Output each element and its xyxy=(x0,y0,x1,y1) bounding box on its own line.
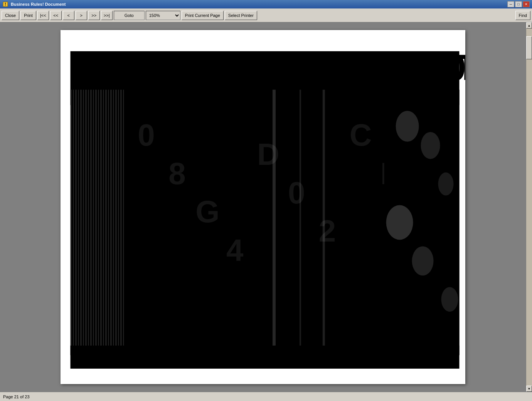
svg-text:4: 4 xyxy=(226,233,244,267)
svg-text:0: 0 xyxy=(288,176,305,210)
svg-rect-15 xyxy=(90,90,91,355)
svg-rect-10 xyxy=(78,90,79,355)
svg-rect-8 xyxy=(73,90,74,355)
svg-rect-18 xyxy=(98,90,99,355)
svg-rect-19 xyxy=(100,90,101,355)
svg-rect-9 xyxy=(76,90,77,355)
maximize-button[interactable]: □ xyxy=(515,1,522,7)
close-window-button[interactable]: ✕ xyxy=(523,1,530,7)
svg-rect-26 xyxy=(118,90,119,355)
scrollbar-track[interactable] xyxy=(526,29,532,386)
nav-last-button[interactable]: >>| xyxy=(101,11,113,20)
find-button[interactable]: Find xyxy=(515,11,530,20)
page-content: WMONVOETSAETDTL FOAGD/03 xyxy=(61,30,465,384)
svg-rect-39 xyxy=(273,90,276,355)
svg-text:0: 0 xyxy=(138,118,155,152)
svg-point-43 xyxy=(396,111,419,142)
svg-rect-41 xyxy=(323,90,325,355)
svg-rect-22 xyxy=(108,90,109,355)
scrollbar-vertical[interactable]: ▲ ▼ xyxy=(526,22,532,392)
svg-rect-12 xyxy=(83,90,84,355)
page-container: WMONVOETSAETDTL FOAGD/03 xyxy=(61,30,465,384)
nav-prev-prev-button[interactable]: << xyxy=(50,11,62,20)
minimize-button[interactable]: ─ xyxy=(507,1,514,7)
svg-rect-25 xyxy=(115,90,116,355)
svg-rect-21 xyxy=(105,90,106,355)
zoom-select[interactable]: 50% 75% 100% 125% 150% 175% 200% xyxy=(146,11,180,20)
svg-rect-13 xyxy=(86,90,87,355)
svg-rect-14 xyxy=(88,90,89,355)
svg-text:8: 8 xyxy=(168,156,185,191)
goto-input[interactable] xyxy=(114,11,145,20)
window-title: Business Rules! Document xyxy=(11,2,505,7)
svg-text:FOAGD/03: FOAGD/03 xyxy=(292,47,465,88)
print-button[interactable]: Print xyxy=(20,11,36,20)
svg-rect-17 xyxy=(95,90,96,355)
svg-rect-28 xyxy=(123,90,124,355)
svg-rect-20 xyxy=(103,90,104,355)
page-status: Page 21 of 23 xyxy=(3,394,30,399)
svg-text:S.....3,914,802.09cfe...: S.....3,914,802.09cfe... xyxy=(72,347,276,367)
scrollbar-thumb[interactable] xyxy=(526,36,532,59)
close-button[interactable]: Close xyxy=(2,11,19,20)
nav-first-button[interactable]: |<< xyxy=(37,11,49,20)
svg-rect-40 xyxy=(300,90,301,355)
svg-text:!: ! xyxy=(5,2,6,7)
svg-point-48 xyxy=(441,287,458,312)
svg-text:D: D xyxy=(257,137,279,171)
nav-next-button[interactable]: > xyxy=(76,11,87,20)
svg-point-47 xyxy=(412,246,434,275)
svg-point-44 xyxy=(421,132,440,159)
svg-text:C: C xyxy=(350,118,372,152)
svg-rect-24 xyxy=(113,90,114,355)
scroll-up-button[interactable]: ▲ xyxy=(526,22,532,29)
svg-point-46 xyxy=(386,205,413,240)
window-controls: ─ □ ✕ xyxy=(507,1,530,7)
svg-rect-23 xyxy=(110,90,111,355)
svg-rect-27 xyxy=(120,90,121,355)
main-area: WMONVOETSAETDTL FOAGD/03 xyxy=(0,22,532,392)
svg-rect-16 xyxy=(93,90,94,355)
nav-next-next-button[interactable]: >> xyxy=(88,11,100,20)
app-icon: ! xyxy=(2,1,8,7)
svg-rect-7 xyxy=(71,90,72,355)
select-printer-button[interactable]: Select Printer xyxy=(225,11,257,20)
svg-text:2: 2 xyxy=(319,214,336,248)
nav-prev-button[interactable]: < xyxy=(63,11,74,20)
toolbar: Close Print |<< << < > >> >>| 50% 75% 10… xyxy=(0,8,532,22)
status-bar: Page 21 of 23 xyxy=(0,392,532,401)
scroll-down-button[interactable]: ▼ xyxy=(526,386,532,392)
scroll-area[interactable]: WMONVOETSAETDTL FOAGD/03 xyxy=(0,22,526,392)
svg-text:G: G xyxy=(195,195,219,229)
svg-rect-11 xyxy=(81,90,82,355)
title-bar: ! Business Rules! Document ─ □ ✕ xyxy=(0,0,532,8)
svg-point-45 xyxy=(438,173,454,196)
print-current-page-button[interactable]: Print Current Page xyxy=(182,11,224,20)
svg-rect-51 xyxy=(61,369,465,384)
